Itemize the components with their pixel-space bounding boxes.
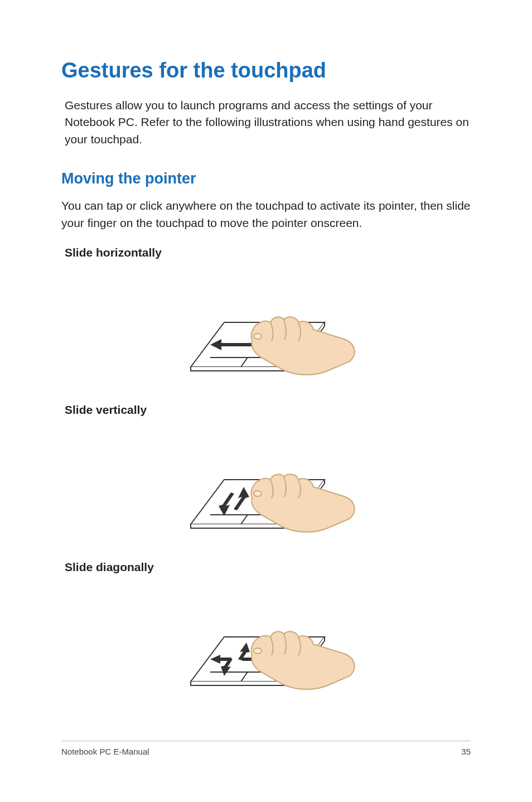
- page-number: 35: [461, 747, 471, 756]
- svg-point-5: [254, 491, 262, 496]
- illustration-slide-horizontal: [61, 269, 471, 381]
- gesture-label-vertical: Slide vertically: [61, 403, 471, 417]
- page-footer: Notebook PC E-Manual 35: [61, 741, 471, 756]
- slide-diagonal-icon: [171, 584, 361, 695]
- slide-vertical-icon: [171, 427, 361, 538]
- gesture-label-diagonal: Slide diagonally: [61, 561, 471, 574]
- main-heading: Gestures for the touchpad: [61, 59, 471, 83]
- section-heading: Moving the pointer: [61, 170, 471, 187]
- svg-point-2: [254, 334, 262, 339]
- footer-title: Notebook PC E-Manual: [61, 747, 149, 756]
- intro-paragraph: Gestures allow you to launch programs an…: [61, 97, 471, 148]
- page-content: Gestures for the touchpad Gestures allow…: [0, 0, 532, 695]
- illustration-slide-vertical: [61, 427, 471, 538]
- illustration-slide-diagonal: [61, 584, 471, 695]
- slide-horizontal-icon: [171, 269, 361, 381]
- section-body: You can tap or click anywhere on the tou…: [61, 197, 471, 231]
- svg-point-8: [254, 648, 262, 654]
- gesture-label-horizontal: Slide horizontally: [61, 246, 471, 259]
